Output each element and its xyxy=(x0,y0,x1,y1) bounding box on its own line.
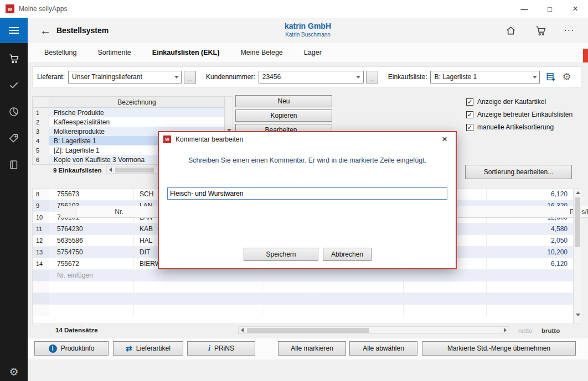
scroll-position-indicator xyxy=(583,49,588,62)
list-item[interactable]: 1 Frische Produkte xyxy=(33,108,224,117)
maximize-button[interactable]: □ xyxy=(537,0,563,18)
app-logo-icon: w xyxy=(6,4,14,13)
chevron-down-icon[interactable] xyxy=(354,71,363,83)
speichern-button[interactable]: Speichern xyxy=(244,248,318,261)
window-title: Meine sellyApps xyxy=(19,0,67,18)
table-row-insert[interactable]: Nr. einfügen xyxy=(33,270,573,281)
column-nr[interactable]: Nr. xyxy=(77,206,162,217)
kundennummer-more-button[interactable]: ... xyxy=(366,71,378,83)
table-row-empty xyxy=(33,305,573,316)
checkbox-checked-icon[interactable]: ✓ xyxy=(466,111,473,118)
row-number xyxy=(33,270,49,281)
new-list-icon[interactable] xyxy=(544,70,558,83)
close-button[interactable]: × xyxy=(563,0,588,18)
tab-sortimente[interactable]: Sortimente xyxy=(96,46,132,59)
scroll-thumb[interactable] xyxy=(115,168,154,173)
cell-nr: 755673 xyxy=(49,189,134,200)
option-kaufartikel[interactable]: ✓ Anzeige der Kaufartikel xyxy=(466,97,546,106)
row-number: 11 xyxy=(33,223,49,234)
tab-bar: Bestellung Sortimente Einkaufslisten (EK… xyxy=(28,43,588,62)
kopieren-button[interactable]: Kopieren xyxy=(235,109,332,122)
cell-preis: 10,200 xyxy=(487,247,573,258)
dialog-title: Kommentar bearbeiten xyxy=(176,135,438,143)
scroll-down-icon[interactable] xyxy=(574,311,582,319)
table-row-empty xyxy=(33,293,573,305)
lieferant-dropdown[interactable]: Unser Trainingslieferant xyxy=(68,71,182,83)
page-title: Bestellsystem xyxy=(56,18,109,43)
scroll-right-icon[interactable] xyxy=(502,327,509,333)
account-info: katrin GmbH Katrin Buschmann xyxy=(285,22,331,38)
produktinfo-button[interactable]: i Produktinfo xyxy=(34,341,109,356)
option-label: Anzeige der Kaufartikel xyxy=(477,98,546,106)
scroll-thumb[interactable] xyxy=(575,197,580,247)
row-number: 12 xyxy=(33,235,49,246)
header-gutter xyxy=(60,206,77,217)
table-vertical-scrollbar[interactable] xyxy=(573,189,581,323)
cell-preis: 6,120 xyxy=(487,189,573,200)
home-icon[interactable] xyxy=(499,18,522,43)
lieferartikel-button[interactable]: ⇄ Lieferartikel xyxy=(113,341,183,356)
tab-bestellung[interactable]: Bestellung xyxy=(43,46,78,59)
checkbox-checked-icon[interactable]: ✓ xyxy=(466,124,473,131)
option-artikelsortierung[interactable]: ✓ manuelle Artikelsortierung xyxy=(466,123,554,132)
tab-lager[interactable]: Lager xyxy=(303,46,323,59)
dialog-close-icon[interactable]: × xyxy=(438,133,451,146)
comment-input[interactable] xyxy=(167,187,447,200)
sidebar: ⚙ xyxy=(0,18,28,381)
option-label: Anzeige betreuter Einkaufslisten xyxy=(477,111,572,118)
abbrechen-button[interactable]: Abbrechen xyxy=(323,248,372,261)
list-settings-gear-icon[interactable]: ⚙ xyxy=(560,70,573,83)
row-number: 8 xyxy=(33,189,49,200)
more-menu-icon[interactable]: ··· xyxy=(558,18,580,43)
minimize-button[interactable]: — xyxy=(512,0,537,18)
header: ← Bestellsystem katrin GmbH Katrin Busch… xyxy=(28,18,588,43)
settings-gear-icon[interactable]: ⚙ xyxy=(0,361,28,381)
sortierung-bearbeiten-button[interactable]: Sortierung bearbeiten... xyxy=(465,165,572,179)
scroll-up-icon[interactable] xyxy=(574,189,582,197)
lieferant-more-button[interactable]: ... xyxy=(184,71,196,83)
checkbox-checked-icon[interactable]: ✓ xyxy=(466,98,473,106)
table-horizontal-scrollbar[interactable] xyxy=(238,326,509,334)
scroll-left-icon[interactable] xyxy=(107,166,114,173)
chevron-down-icon[interactable] xyxy=(530,71,539,83)
chevron-down-icon[interactable] xyxy=(172,71,181,83)
kundennummer-value: 23456 xyxy=(262,73,354,81)
catalog-icon[interactable] xyxy=(0,154,28,176)
tab-einkaufslisten[interactable]: Einkaufslisten (EKL) xyxy=(151,46,221,59)
tab-meine-belege[interactable]: Meine Belege xyxy=(239,46,283,59)
dialog-message: Schreiben Sie einen einen Kommentar. Er … xyxy=(159,156,456,164)
list-item[interactable]: 2 Kaffeespezialitäten xyxy=(33,117,224,127)
header-cart-icon[interactable] xyxy=(529,18,551,43)
list-column-header[interactable]: Bezeichnung xyxy=(49,97,224,107)
alle-markieren-button[interactable]: Alle markieren xyxy=(278,341,346,356)
prins-button[interactable]: i PRiNS xyxy=(187,341,255,356)
filter-bar: Lieferant: Unser Trainingslieferant ... … xyxy=(32,66,581,87)
price-tag-icon[interactable] xyxy=(0,127,28,149)
table-row-empty xyxy=(33,281,573,293)
alle-abwaehlen-button[interactable]: Alle abwählen xyxy=(349,341,417,356)
bottom-strip xyxy=(28,359,588,381)
back-arrow-icon[interactable]: ← xyxy=(35,18,55,43)
netto-toggle[interactable]: netto xyxy=(518,327,533,334)
cart-icon[interactable] xyxy=(0,48,28,70)
cell-preis: 6,120 xyxy=(487,258,573,269)
scroll-left-icon[interactable] xyxy=(239,327,246,333)
einkaufsliste-value: B: Lagerliste 1 xyxy=(434,73,530,81)
kundennummer-dropdown[interactable]: 23456 xyxy=(259,71,364,83)
cell-nr: 5754750 xyxy=(49,247,134,258)
checkmark-icon[interactable] xyxy=(0,74,28,96)
std-menge-uebernehmen-button[interactable]: Markierte Std.-Menge übernehmen xyxy=(422,341,576,356)
row-number: 3 xyxy=(33,127,49,136)
option-betreute-listen[interactable]: ✓ Anzeige betreuter Einkaufslisten xyxy=(466,110,572,119)
cell-nr: 5635586 xyxy=(49,235,134,246)
einkaufsliste-dropdown[interactable]: B: Lagerliste 1 xyxy=(430,71,540,83)
scroll-thumb[interactable] xyxy=(247,328,369,333)
pie-chart-icon[interactable] xyxy=(0,101,28,123)
brutto-toggle[interactable]: brutto xyxy=(541,327,560,334)
cell-nr: 5764230 xyxy=(49,223,134,234)
scroll-track[interactable] xyxy=(246,327,502,333)
neu-button[interactable]: Neu xyxy=(235,95,332,107)
row-number: 2 xyxy=(33,117,49,127)
insert-placeholder[interactable]: Nr. einfügen xyxy=(49,270,134,281)
hamburger-menu-icon[interactable] xyxy=(0,18,28,43)
